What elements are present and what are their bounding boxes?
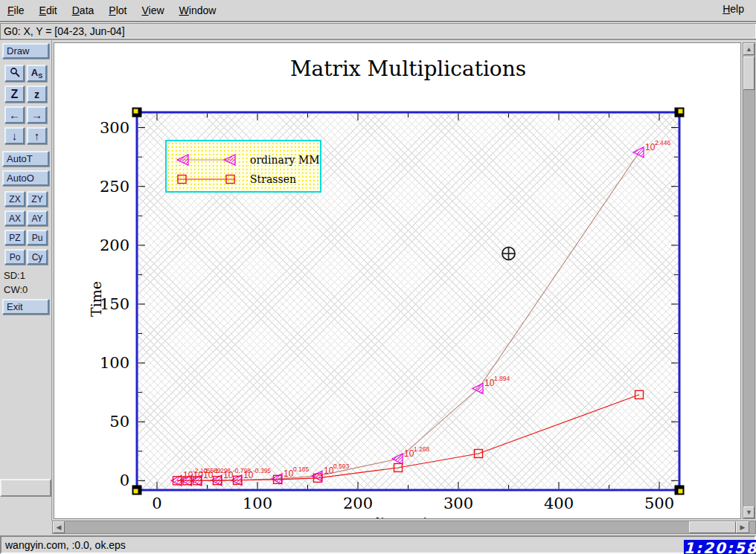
- svg-text:10: 10: [645, 142, 656, 152]
- svg-text:0.593: 0.593: [333, 463, 350, 470]
- svg-text:0: 0: [120, 471, 129, 489]
- svg-text:10: 10: [203, 470, 214, 480]
- menu-file[interactable]: File: [0, 1, 32, 19]
- svg-text:200: 200: [100, 236, 129, 254]
- x-axis-label: dimension: [137, 515, 679, 519]
- svg-text:300: 300: [100, 119, 129, 137]
- pan-right-button[interactable]: →: [27, 106, 47, 123]
- svg-text:1.268: 1.268: [414, 445, 430, 453]
- pop-button[interactable]: Po: [4, 249, 25, 265]
- zoom-y-button[interactable]: ZY: [27, 191, 48, 207]
- chart-legend[interactable]: ordinary MM Strassen: [165, 140, 321, 193]
- autoscale-y-button[interactable]: AY: [27, 210, 48, 226]
- horizontal-scroll-thumb[interactable]: [689, 521, 736, 533]
- svg-text:10: 10: [284, 468, 294, 479]
- svg-text:50: 50: [109, 413, 129, 431]
- svg-text:10: 10: [223, 470, 234, 480]
- legend-entry-ordinary-mm: ordinary MM: [173, 153, 320, 167]
- svg-text:10: 10: [484, 378, 495, 388]
- svg-text:100: 100: [100, 354, 129, 372]
- pan-left-button[interactable]: ←: [4, 106, 25, 123]
- menu-view[interactable]: View: [134, 1, 171, 19]
- svg-text:500: 500: [644, 495, 674, 512]
- svg-text:250: 250: [100, 178, 129, 196]
- autoscale-label-a: A: [31, 67, 38, 78]
- zoom-button[interactable]: [4, 65, 25, 82]
- grace-app-window: File Edit Data Plot View Window Help G0:…: [0, 0, 756, 554]
- cycle-button[interactable]: Cy: [27, 249, 48, 265]
- exit-button[interactable]: Exit: [2, 299, 49, 315]
- autoscale-label-s: S: [38, 72, 42, 80]
- horizontal-scrollbar[interactable]: ◀ ▶: [52, 521, 756, 534]
- svg-text:0: 0: [152, 495, 161, 512]
- left-toolbar: Draw AS Z z ← → ↓ ↑ AutoT AutoO ZX ZY AX…: [0, 40, 52, 521]
- push-button[interactable]: Pu: [27, 230, 48, 245]
- scroll-down-button[interactable]: ▼: [743, 506, 755, 518]
- cycle-world-label: CW:0: [4, 284, 28, 295]
- magnifier-icon: [9, 67, 21, 79]
- autoticks-button[interactable]: AutoT: [2, 151, 49, 167]
- menu-bar: File Edit Data Plot View Window Help: [0, 0, 756, 22]
- legend-entry-strassen: Strassen: [173, 173, 296, 186]
- autoscale-button[interactable]: AS: [27, 65, 47, 82]
- svg-text:200: 200: [343, 495, 373, 512]
- svg-text:10: 10: [404, 448, 414, 459]
- zoom-in-button[interactable]: Z: [4, 86, 25, 103]
- legend-label-strassen: Strassen: [250, 173, 296, 185]
- scroll-left-button[interactable]: ◀: [53, 521, 65, 533]
- zoom-out-button[interactable]: z: [27, 86, 47, 103]
- menu-window[interactable]: Window: [172, 1, 224, 19]
- autoscale-x-button[interactable]: AX: [4, 210, 25, 226]
- vertical-scroll-thumb[interactable]: [743, 57, 755, 90]
- pan-up-button[interactable]: ↑: [27, 127, 47, 144]
- locator-text: G0: X, Y = [04-23, Jun-04]: [0, 25, 125, 37]
- menu-data[interactable]: Data: [65, 1, 102, 19]
- svg-text:100: 100: [243, 495, 272, 512]
- menu-plot[interactable]: Plot: [101, 1, 134, 19]
- svg-text:10: 10: [324, 466, 334, 476]
- draw-button[interactable]: Draw: [2, 43, 49, 59]
- desktop-clock: 1:20:58: [684, 540, 756, 554]
- svg-text:2.446: 2.446: [655, 139, 671, 146]
- svg-text:0.185: 0.185: [293, 466, 310, 473]
- vertical-scrollbar[interactable]: ▲ ▼: [743, 42, 755, 519]
- scroll-right-button[interactable]: ▶: [736, 521, 749, 533]
- svg-text:10: 10: [243, 470, 254, 480]
- toolbar-corner-box: [0, 479, 51, 497]
- svg-text:-0.395: -0.395: [253, 467, 271, 474]
- push-zoom-button[interactable]: PZ: [4, 230, 25, 245]
- svg-text:1.894: 1.894: [494, 375, 510, 382]
- scroll-up-button[interactable]: ▲: [743, 43, 755, 55]
- status-text: wangyin.com, :0.0, ok.eps: [1, 539, 126, 551]
- autoscale-on-read-button[interactable]: AutoO: [2, 170, 49, 186]
- locator-bar: G0: X, Y = [04-23, Jun-04]: [0, 22, 756, 40]
- square-marker-sample: [173, 173, 240, 186]
- chart-svg[interactable]: 010020030040050005010015020025030010-2.1…: [54, 43, 741, 519]
- menu-help[interactable]: Help: [715, 0, 752, 18]
- zoom-x-button[interactable]: ZX: [4, 191, 25, 207]
- pan-down-button[interactable]: ↓: [4, 127, 25, 144]
- stack-depth-label: SD:1: [4, 270, 25, 281]
- plot-canvas[interactable]: Matrix Multiplications 01002003004005000…: [54, 42, 741, 519]
- legend-label-ordinary-mm: ordinary MM: [250, 154, 320, 166]
- svg-text:400: 400: [544, 495, 574, 512]
- y-axis-label: Time: [88, 277, 104, 321]
- menu-edit[interactable]: Edit: [32, 1, 65, 19]
- triangle-left-marker-sample: [173, 153, 240, 167]
- svg-text:300: 300: [443, 495, 473, 512]
- status-bar: wangyin.com, :0.0, ok.eps: [0, 535, 756, 554]
